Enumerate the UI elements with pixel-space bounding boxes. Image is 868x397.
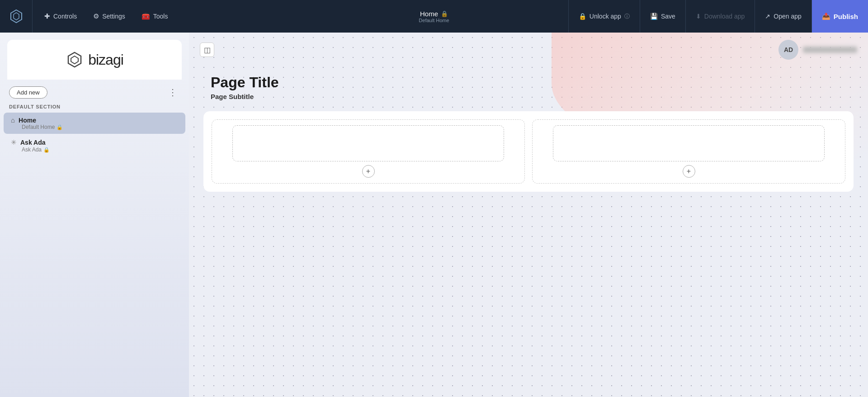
more-options-button[interactable]: ⋮ xyxy=(165,86,180,99)
canvas-content: ◫ AD Page Title Page Subtitle xyxy=(189,33,868,192)
main-layout: bizagi Add new ⋮ DEFAULT SECTION ⌂ Home … xyxy=(0,33,868,397)
tools-icon: 🧰 xyxy=(142,12,150,20)
nav-left-actions: ✚ Controls ⚙ Settings 🧰 Tools xyxy=(33,9,179,23)
tools-button[interactable]: 🧰 Tools xyxy=(133,9,176,23)
save-button[interactable]: 💾 Save xyxy=(640,0,685,33)
canvas-topbar: ◫ AD xyxy=(189,33,868,63)
lock-icon: 🔒 xyxy=(57,124,63,130)
sidebar-item-askada[interactable]: ✳ Ask Ada Ask Ada 🔒 xyxy=(4,135,185,156)
current-page-name: Home 🔒 xyxy=(420,10,448,18)
widget-box-2: + xyxy=(532,119,845,184)
top-navigation: ✚ Controls ⚙ Settings 🧰 Tools Home 🔒 Def… xyxy=(0,0,868,33)
page-title: Page Title xyxy=(211,74,846,91)
canvas-area: ◫ AD Page Title Page Subtitle xyxy=(189,33,868,397)
open-app-button[interactable]: ↗ Open app xyxy=(755,0,811,33)
toggle-panel-button[interactable]: ◫ xyxy=(200,43,214,57)
widget-grid: + + xyxy=(203,111,854,192)
settings-icon: ⚙ xyxy=(93,12,99,20)
bizagi-wordmark: bizagi xyxy=(88,52,123,68)
sidebar-item-home[interactable]: ⌂ Home Default Home 🔒 xyxy=(4,113,185,134)
info-icon: ⓘ xyxy=(624,13,630,20)
bizagi-logo-icon xyxy=(66,51,84,69)
controls-icon: ✚ xyxy=(44,12,50,20)
controls-button[interactable]: ✚ Controls xyxy=(36,9,85,23)
home-icon: ⌂ xyxy=(11,116,15,124)
toggle-icon: ◫ xyxy=(204,46,211,54)
add-widget-1-button[interactable]: + xyxy=(362,165,375,178)
bizagi-logo: bizagi xyxy=(66,51,123,69)
page-title-area: Page Title Page Subtitle xyxy=(189,63,868,108)
widget-box-1: + xyxy=(212,119,525,184)
publish-button[interactable]: 📤 Publish xyxy=(811,0,868,33)
add-widget-2-button[interactable]: + xyxy=(683,165,695,178)
save-icon: 💾 xyxy=(650,13,658,20)
snowflake-icon: ✳ xyxy=(11,138,17,147)
bizagi-icon xyxy=(8,8,24,24)
unlock-app-button[interactable]: 🔒 Unlock app ⓘ xyxy=(568,0,640,33)
download-app-button[interactable]: ⬇ Download app xyxy=(685,0,755,33)
download-icon: ⬇ xyxy=(696,13,701,20)
sidebar: bizagi Add new ⋮ DEFAULT SECTION ⌂ Home … xyxy=(0,33,189,397)
sidebar-logo-area: bizagi xyxy=(7,40,182,80)
sidebar-controls-row: Add new ⋮ xyxy=(0,80,189,102)
lock-icon: 🔒 xyxy=(579,13,586,20)
user-avatar-area: AD xyxy=(778,40,857,60)
page-sub-label: Default Home xyxy=(419,18,449,23)
logo-area xyxy=(0,0,33,33)
publish-icon: 📤 xyxy=(822,12,830,20)
page-subtitle: Page Subtitle xyxy=(211,93,846,100)
plus-icon: + xyxy=(366,167,370,175)
widget-inner-2 xyxy=(553,125,824,161)
sidebar-item-home-sub: Default Home 🔒 xyxy=(11,124,178,130)
user-avatar: AD xyxy=(778,40,798,60)
user-name-blurred xyxy=(803,47,857,53)
open-icon: ↗ xyxy=(765,13,770,20)
page-name-center: Home 🔒 Default Home xyxy=(419,10,449,23)
plus-icon: + xyxy=(687,167,691,175)
sidebar-item-askada-sub: Ask Ada 🔒 xyxy=(11,147,178,153)
add-new-button[interactable]: Add new xyxy=(9,86,47,99)
widget-inner-1 xyxy=(232,125,504,161)
lock-icon: 🔒 xyxy=(43,147,50,153)
section-label: DEFAULT SECTION xyxy=(0,102,189,112)
nav-right-actions: 🔒 Unlock app ⓘ 💾 Save ⬇ Download app ↗ O… xyxy=(568,0,868,33)
settings-button[interactable]: ⚙ Settings xyxy=(85,9,133,23)
lock-icon: 🔒 xyxy=(441,10,448,17)
